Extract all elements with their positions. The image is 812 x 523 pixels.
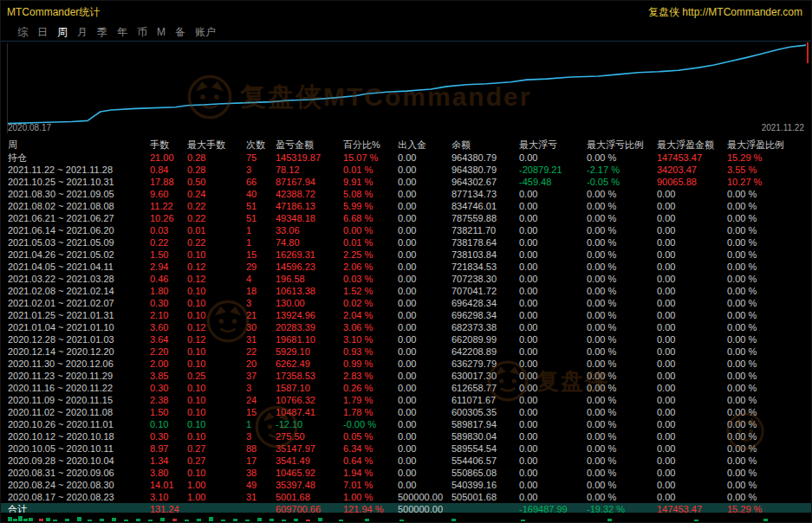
menu-tab-备[interactable]: 备 bbox=[175, 25, 185, 40]
cell: 2021.04.05 ~ 2021.04.11 bbox=[8, 261, 150, 273]
cell: 3 bbox=[246, 297, 276, 309]
table-row[interactable]: 2021.08.30 ~ 2021.09.059.600.244042388.7… bbox=[1, 188, 811, 200]
column-header-8[interactable]: 最大浮亏 bbox=[519, 138, 587, 152]
column-header-7[interactable]: 余额 bbox=[451, 138, 519, 152]
table-row[interactable]: 2021.01.25 ~ 2021.01.312.100.102113924.9… bbox=[1, 309, 811, 321]
cell: 0.00 bbox=[519, 442, 587, 455]
table-row[interactable]: 2020.11.23 ~ 2020.11.293.850.253717358.5… bbox=[1, 370, 811, 382]
cell: 0.22 bbox=[187, 236, 246, 249]
table-row[interactable]: 2020.09.28 ~ 2020.10.041.340.27173541.49… bbox=[1, 455, 811, 467]
cell: 0.00 bbox=[519, 200, 587, 212]
column-header-3[interactable]: 次数 bbox=[246, 138, 276, 152]
menu-tab-日[interactable]: 日 bbox=[37, 25, 48, 40]
cell: 1.94 % bbox=[343, 467, 398, 479]
table-row[interactable]: 2020.10.26 ~ 2020.11.010.100.101-12.10-0… bbox=[1, 418, 811, 430]
menu-tab-年[interactable]: 年 bbox=[117, 25, 127, 40]
column-header-0[interactable]: 周 bbox=[8, 138, 150, 152]
table-row[interactable]: 2021.06.21 ~ 2021.06.2710.260.225149348.… bbox=[1, 212, 811, 224]
menu-tab-季[interactable]: 季 bbox=[97, 25, 107, 40]
table-row[interactable]: 2021.06.14 ~ 2021.06.200.030.01133.060.0… bbox=[1, 224, 811, 236]
cell: 662089.99 bbox=[451, 333, 519, 345]
menu-tab-周[interactable]: 周 bbox=[57, 25, 68, 40]
menu-tab-月[interactable]: 月 bbox=[77, 25, 88, 40]
cell: 0.00 bbox=[398, 321, 451, 333]
cell: 0.10 bbox=[187, 418, 246, 430]
menu-tab-综[interactable]: 综 bbox=[17, 25, 28, 40]
table-row[interactable]: 2021.01.04 ~ 2021.01.103.600.123020283.3… bbox=[1, 321, 811, 333]
column-header-5[interactable]: 百分比% bbox=[343, 138, 398, 152]
table-row[interactable]: 2020.08.17 ~ 2020.08.233.101.00315001.68… bbox=[1, 491, 811, 503]
cell: 0.00 % bbox=[727, 394, 811, 406]
column-header-11[interactable]: 最大浮盈比例 bbox=[727, 138, 811, 152]
cell: 0.00 bbox=[657, 418, 727, 430]
cell: 13924.96 bbox=[276, 309, 343, 321]
menu-tab-账户[interactable]: 账户 bbox=[195, 25, 216, 40]
cell: 1.78 % bbox=[343, 406, 398, 418]
column-header-9[interactable]: 最大浮亏比例 bbox=[587, 138, 657, 152]
cell: 51 bbox=[246, 212, 276, 224]
histogram-bar bbox=[18, 516, 23, 521]
table-row[interactable]: 2020.12.28 ~ 2021.01.033.640.123119681.1… bbox=[1, 333, 811, 345]
table-row[interactable]: 2020.08.24 ~ 2020.08.3014.011.004935397.… bbox=[1, 479, 811, 491]
table-row[interactable]: 2021.02.08 ~ 2021.02.141.800.101810613.3… bbox=[1, 285, 811, 297]
cell: 49348.18 bbox=[276, 212, 343, 224]
column-header-1[interactable]: 手数 bbox=[150, 138, 187, 152]
table-row[interactable]: 2020.11.09 ~ 2020.11.152.380.102410766.3… bbox=[1, 394, 811, 406]
cell: 0.10 bbox=[187, 345, 246, 358]
cell: 2.20 bbox=[150, 345, 187, 358]
brand-link: 复盘侠 http://MTCommander.com bbox=[648, 5, 802, 20]
column-header-2[interactable]: 最大手数 bbox=[187, 138, 246, 152]
table-row[interactable]: 2021.08.02 ~ 2021.08.0811.220.225147186.… bbox=[1, 200, 811, 212]
cell: 0.00 % bbox=[727, 479, 811, 491]
cell: -0.05 % bbox=[587, 176, 657, 188]
table-row[interactable]: 2021.03.22 ~ 2021.03.280.460.124196.580.… bbox=[1, 273, 811, 285]
table-row[interactable]: 2020.10.12 ~ 2020.10.180.300.103275.500.… bbox=[1, 430, 811, 442]
table-row[interactable]: 2020.12.14 ~ 2020.12.202.200.10225929.10… bbox=[1, 345, 811, 358]
table-row[interactable]: 2020.11.16 ~ 2020.11.220.300.1031587.100… bbox=[1, 382, 811, 394]
cell: 0.00 % bbox=[587, 297, 657, 309]
cell: 877134.73 bbox=[451, 188, 519, 200]
cell: 2.83 % bbox=[343, 370, 398, 382]
table-row[interactable]: 2020.11.02 ~ 2020.11.081.500.101510487.4… bbox=[1, 406, 811, 418]
cell: 2020.08.17 ~ 2020.08.23 bbox=[8, 491, 150, 503]
menu-tab-M[interactable]: M bbox=[157, 26, 166, 38]
cell: 0.00 bbox=[519, 467, 587, 479]
cell: 0.22 bbox=[187, 200, 246, 212]
cell: 0.00 % bbox=[727, 224, 811, 236]
cell: 0.00 % bbox=[587, 430, 657, 442]
cell: 49 bbox=[246, 479, 276, 491]
cell: 145319.87 bbox=[276, 152, 343, 164]
cell: 15.29 % bbox=[727, 152, 811, 164]
table-row[interactable]: 2020.08.31 ~ 2020.09.063.800.103810465.9… bbox=[1, 467, 811, 479]
table-row[interactable]: 2020.10.05 ~ 2020.10.118.970.278835147.9… bbox=[1, 442, 811, 455]
cell: 0.00 % bbox=[587, 467, 657, 479]
cell: 540399.16 bbox=[451, 479, 519, 491]
column-header-6[interactable]: 出入金 bbox=[398, 138, 451, 152]
column-header-10[interactable]: 最大浮盈金额 bbox=[657, 138, 727, 152]
cell: 0.28 bbox=[187, 164, 246, 176]
cell: 31 bbox=[246, 491, 276, 503]
cell: 0.00 % bbox=[587, 358, 657, 370]
cell: 0.00 % bbox=[587, 491, 657, 503]
cell: 0.00 % bbox=[727, 236, 811, 249]
cell: 0.00 bbox=[657, 285, 727, 297]
table-row[interactable]: 2021.02.01 ~ 2021.02.070.300.103130.000.… bbox=[1, 297, 811, 309]
table-row[interactable]: 2020.11.30 ~ 2020.12.062.000.10206262.49… bbox=[1, 358, 811, 370]
cell: -20879.21 bbox=[519, 164, 587, 176]
table-row[interactable]: 2021.05.03 ~ 2021.05.090.220.22174.800.0… bbox=[1, 236, 811, 249]
cell: 0.00 % bbox=[587, 224, 657, 236]
cell: 0.12 bbox=[187, 321, 246, 333]
table-row[interactable]: 2021.11.22 ~ 2021.11.280.840.28378.120.0… bbox=[1, 164, 811, 176]
table-row[interactable]: 2021.04.05 ~ 2021.04.112.940.122914596.2… bbox=[1, 261, 811, 273]
menu-tab-币[interactable]: 币 bbox=[137, 25, 147, 40]
table-row[interactable]: 2021.10.25 ~ 2021.10.3117.880.506687167.… bbox=[1, 176, 811, 188]
table-row[interactable]: 持仓21.000.2875145319.8715.07 %0.00964380.… bbox=[1, 152, 811, 164]
equity-chart: 2020.08.17 2021.11.22 bbox=[1, 41, 811, 136]
cell: 0.22 bbox=[187, 212, 246, 224]
cell: 630017.30 bbox=[451, 370, 519, 382]
table-row[interactable]: 2021.04.26 ~ 2021.05.021.500.101516269.3… bbox=[1, 249, 811, 261]
cell: 47186.13 bbox=[276, 200, 343, 212]
column-header-4[interactable]: 盈亏金额 bbox=[276, 138, 343, 152]
cell: 0.00 bbox=[519, 406, 587, 418]
cell: 0.00 bbox=[398, 309, 451, 321]
